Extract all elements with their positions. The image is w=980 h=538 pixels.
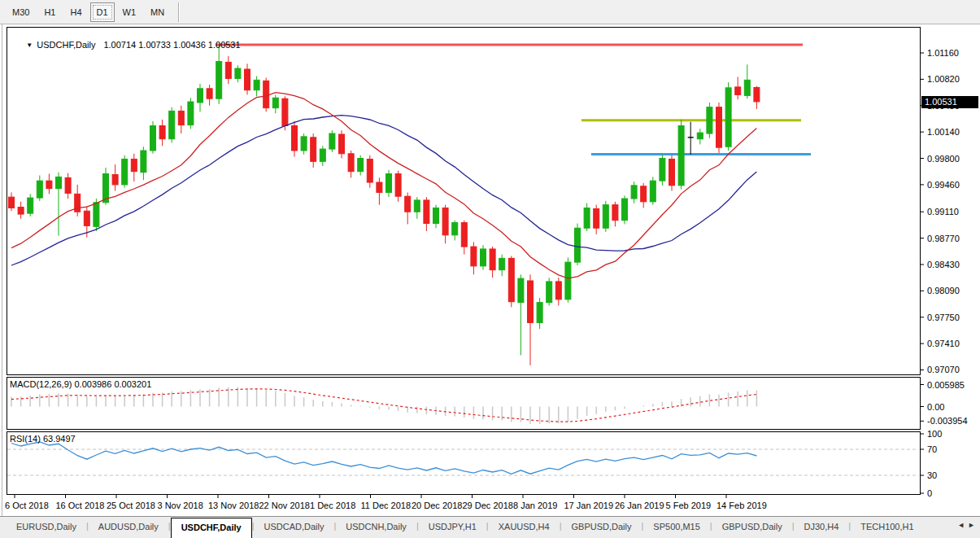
candle-body xyxy=(358,159,364,172)
tab-usdjpy-h1[interactable]: USDJPY,H1 xyxy=(419,517,486,538)
tab-sp500-m15[interactable]: SP500,M15 xyxy=(643,517,709,538)
price-axis-label: 1.01160 xyxy=(927,48,959,58)
candle-body xyxy=(131,159,137,171)
candle-body xyxy=(178,111,184,125)
date-axis-label: 8 Jan 2019 xyxy=(513,501,557,510)
price-axis-label: 1.00140 xyxy=(927,127,960,137)
price-axis-label: 1.00820 xyxy=(927,74,960,84)
tab-eurusd-daily[interactable]: EURUSD,Daily xyxy=(7,517,86,538)
price-axis-label: 0.98430 xyxy=(927,260,960,269)
price-axis-label: 0.99110 xyxy=(927,207,959,217)
candle-body xyxy=(377,182,382,192)
timeframe-button-w1[interactable]: W1 xyxy=(116,2,143,22)
tab-audusd-daily[interactable]: AUDUSD,Daily xyxy=(89,517,168,538)
tab-scroll-left-icon[interactable]: ◄ xyxy=(957,521,968,529)
candle-body xyxy=(725,88,731,147)
candle-body xyxy=(367,159,372,182)
rsi-axis-label: 30 xyxy=(927,470,937,480)
candle-body xyxy=(707,107,712,133)
candle-body xyxy=(433,208,439,223)
timeframe-button-h4[interactable]: H4 xyxy=(63,2,88,22)
price-axis-label: 0.99460 xyxy=(927,180,960,190)
date-axis-label: 29 Dec 2018 xyxy=(463,501,513,510)
candle-body xyxy=(311,138,316,162)
tab-tech100-h1[interactable]: TECH100,H1 xyxy=(851,517,923,538)
candle-body xyxy=(641,186,647,202)
candle-body xyxy=(28,198,33,213)
price-axis-label: 0.97750 xyxy=(927,313,960,322)
candle-body xyxy=(339,134,345,154)
candle-body xyxy=(678,126,684,186)
rsi-panel xyxy=(7,432,921,495)
candle-body xyxy=(547,282,552,303)
candle-body xyxy=(292,126,298,151)
candle-body xyxy=(405,196,411,212)
candle-body xyxy=(424,200,429,224)
tab-scroll-arrows: ◄► xyxy=(957,521,978,529)
date-axis-label: 13 Nov 2018 xyxy=(208,501,259,510)
timeframe-button-m30[interactable]: M30 xyxy=(6,2,36,22)
date-axis-label: 20 Dec 2018 xyxy=(412,501,462,510)
candle-body xyxy=(584,208,590,228)
candle-body xyxy=(594,208,599,228)
candle-body xyxy=(481,249,486,266)
candle-body xyxy=(188,102,194,125)
candle-body xyxy=(169,111,175,138)
candle-body xyxy=(159,126,165,139)
candle-body xyxy=(37,181,42,198)
tab-usdcad-daily[interactable]: USDCAD,Daily xyxy=(254,517,333,538)
candle-body xyxy=(499,258,505,269)
date-axis-label: 11 Dec 2018 xyxy=(361,501,412,510)
chart-window: 1.011601.008201.004801.001400.998000.994… xyxy=(0,24,980,516)
chart-canvas[interactable]: 1.011601.008201.004801.001400.998000.994… xyxy=(0,24,980,516)
candle-body xyxy=(669,159,675,185)
candle-body xyxy=(348,154,354,172)
candle-body xyxy=(18,208,24,215)
candle-body xyxy=(471,247,477,266)
tab-scroll-right-icon[interactable]: ► xyxy=(968,521,978,529)
date-axis-label: 3 Nov 2018 xyxy=(158,501,203,510)
date-axis-label: 22 Nov 2018 xyxy=(259,501,310,510)
candle-body xyxy=(112,175,118,185)
candle-body xyxy=(216,61,222,98)
trading-app-window: M30H1H4D1W1MN 1.011601.008201.004801.001… xyxy=(0,0,980,538)
tab-usdcnh-daily[interactable]: USDCNH,Daily xyxy=(336,517,416,538)
main-chart-panel xyxy=(7,28,921,375)
rsi-axis-label: 100 xyxy=(927,429,942,439)
candle-body xyxy=(631,186,637,199)
timeframe-button-h1[interactable]: H1 xyxy=(37,2,62,22)
candle-body xyxy=(301,137,307,151)
candle-body xyxy=(754,87,760,101)
candle-body xyxy=(442,208,448,234)
tab-gbpusd-daily[interactable]: GBPUSD,Daily xyxy=(712,517,792,538)
candle-body xyxy=(622,199,628,221)
candle-body xyxy=(537,303,542,323)
date-axis-label: 6 Oct 2018 xyxy=(5,501,49,510)
candle-body xyxy=(94,203,99,227)
candle-body xyxy=(612,205,618,221)
symbol-dropdown-icon[interactable]: ▼ xyxy=(26,42,33,49)
candle-body xyxy=(235,68,241,78)
chart-title[interactable]: ▼USDCHF,Daily1.00714 1.00733 1.00436 1.0… xyxy=(11,30,241,59)
timeframe-button-d1[interactable]: D1 xyxy=(90,2,115,22)
candle-body xyxy=(150,126,156,151)
toolbar-separator xyxy=(178,2,179,22)
date-axis-label: 16 Oct 2018 xyxy=(56,501,105,510)
price-axis-label: 0.97070 xyxy=(927,365,960,374)
date-axis-label: 1 Dec 2018 xyxy=(310,501,355,510)
tab-gbpusd-daily[interactable]: GBPUSD,Daily xyxy=(562,517,642,538)
timeframe-toolbar: M30H1H4D1W1MN xyxy=(0,0,980,24)
candle-body xyxy=(198,89,203,103)
candle-body xyxy=(461,223,467,247)
macd-indicator-label: MACD(12,26,9) 0.003986 0.003201 xyxy=(10,379,151,389)
candle-body xyxy=(56,177,62,188)
tab-usdchf-daily[interactable]: USDCHF,Daily xyxy=(171,518,252,538)
candle-body xyxy=(735,87,741,95)
tab-xauusd-h4[interactable]: XAUUSD,H4 xyxy=(489,517,560,538)
candle-body xyxy=(320,149,325,161)
timeframe-button-mn[interactable]: MN xyxy=(144,2,171,22)
price-axis-label: 0.98090 xyxy=(927,286,960,295)
price-axis-label: 0.97410 xyxy=(927,339,960,348)
candle-body xyxy=(395,174,401,197)
tab-dj30-h4[interactable]: DJ30,H4 xyxy=(795,517,849,538)
